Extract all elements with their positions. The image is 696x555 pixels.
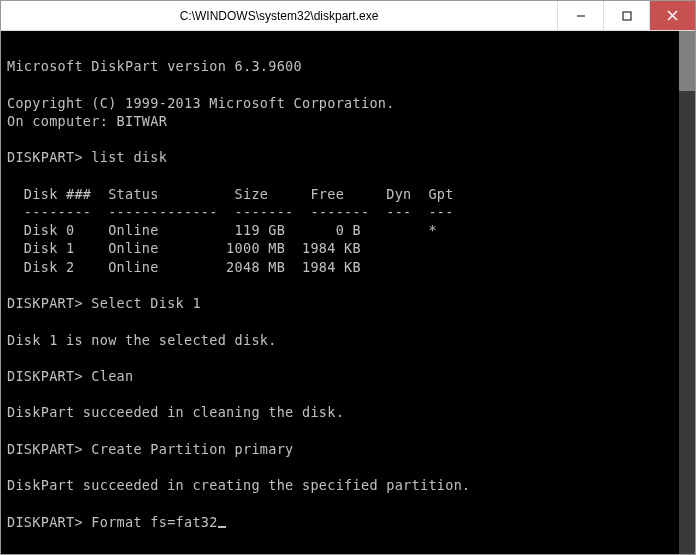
window-controls — [557, 1, 695, 30]
scroll-thumb[interactable] — [679, 31, 695, 91]
maximize-button[interactable] — [603, 1, 649, 30]
window-title: C:\WINDOWS\system32\diskpart.exe — [1, 9, 557, 23]
cursor — [218, 526, 226, 528]
console-output[interactable]: Microsoft DiskPart version 6.3.9600 Copy… — [1, 31, 679, 554]
minimize-button[interactable] — [557, 1, 603, 30]
diskpart-window: C:\WINDOWS\system32\diskpart.exe Microso… — [0, 0, 696, 555]
close-button[interactable] — [649, 1, 695, 30]
titlebar[interactable]: C:\WINDOWS\system32\diskpart.exe — [1, 1, 695, 31]
svg-rect-1 — [623, 12, 631, 20]
vertical-scrollbar[interactable] — [679, 31, 695, 554]
console-area: Microsoft DiskPart version 6.3.9600 Copy… — [1, 31, 695, 554]
